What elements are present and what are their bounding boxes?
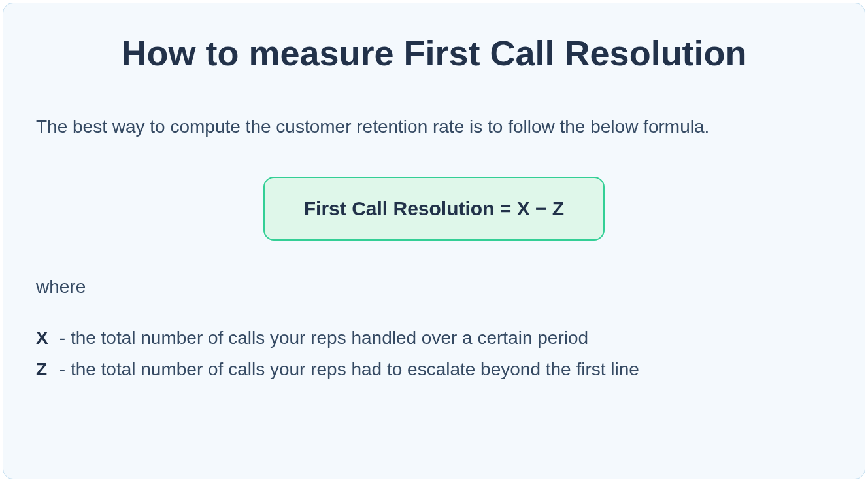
formula-box: First Call Resolution = X − Z: [263, 177, 605, 241]
card-title: How to measure First Call Resolution: [36, 33, 832, 73]
definition-x: X - the total number of calls your reps …: [36, 324, 832, 352]
formula-container: First Call Resolution = X − Z: [36, 177, 832, 241]
var-z-desc: - the total number of calls your reps ha…: [54, 359, 639, 379]
where-label: where: [36, 277, 832, 298]
var-z: Z: [36, 355, 54, 383]
definitions-block: X - the total number of calls your reps …: [36, 324, 832, 383]
definition-z: Z - the total number of calls your reps …: [36, 355, 832, 383]
var-x: X: [36, 324, 54, 352]
intro-text: The best way to compute the customer ret…: [36, 112, 832, 141]
info-card: How to measure First Call Resolution The…: [3, 3, 865, 479]
var-x-desc: - the total number of calls your reps ha…: [54, 328, 588, 348]
